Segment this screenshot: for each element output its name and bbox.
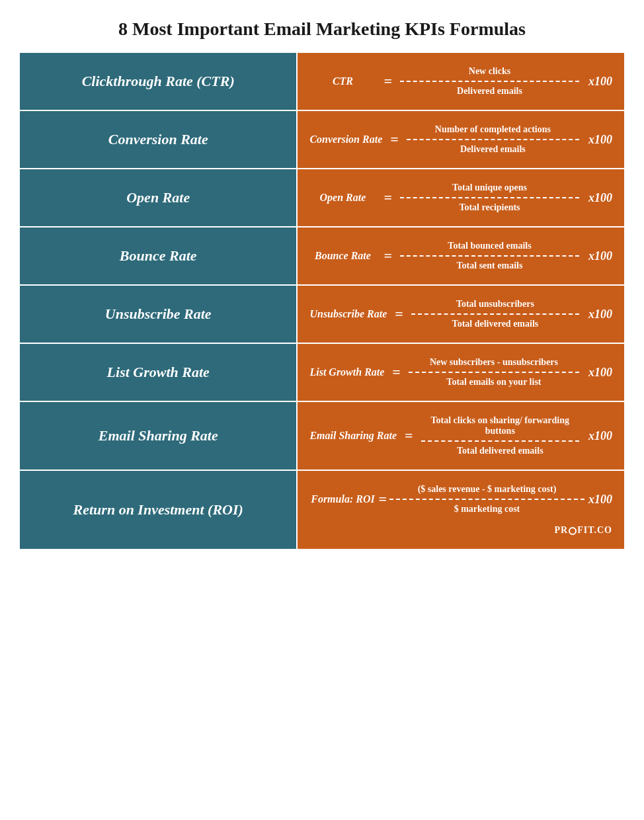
divider-line [389, 499, 584, 500]
numerator: Total unique opens [452, 183, 527, 196]
numerator: ($ sales revenue - $ marketing cost) [418, 484, 557, 497]
kpi-name: List Growth Rate [107, 364, 210, 381]
multiplier: x100 [588, 366, 612, 380]
multiplier: x100 [588, 75, 612, 89]
equals-sign: = [378, 491, 387, 508]
right-cell: Bounce Rate = Total bounced emails Total… [298, 227, 624, 284]
numerator: Number of completed actions [435, 124, 551, 138]
numerator: Total clicks on sharing/ forwarding butt… [421, 415, 579, 439]
equals-sign: = [405, 427, 413, 444]
divider-line [411, 313, 579, 315]
denominator: $ marketing cost [454, 501, 520, 514]
left-cell: Email Sharing Rate [20, 402, 298, 470]
formula-label: Open Rate [309, 192, 376, 204]
table-row: Email Sharing Rate Email Sharing Rate = … [20, 402, 624, 471]
table-container: Clickthrough Rate (CTR) CTR = New clicks… [20, 53, 624, 549]
left-cell: Bounce Rate [20, 227, 298, 284]
page-title: 8 Most Important Email Marketing KPIs Fo… [0, 0, 644, 53]
table-row: Open Rate Open Rate = Total unique opens… [20, 169, 624, 227]
formula-label: CTR [309, 75, 376, 87]
kpi-name: Email Sharing Rate [99, 427, 218, 444]
divider-line [421, 440, 579, 442]
kpi-name: Bounce Rate [120, 247, 197, 265]
equals-sign: = [383, 189, 392, 206]
left-cell: Clickthrough Rate (CTR) [20, 53, 298, 110]
fraction: Total clicks on sharing/ forwarding butt… [421, 415, 579, 456]
fraction: New subscribers - unsubscribers Total em… [409, 357, 579, 388]
denominator: Total recipients [459, 200, 520, 213]
denominator: Total delivered emails [452, 316, 539, 329]
right-cell: Conversion Rate = Number of completed ac… [298, 111, 624, 168]
logo: PRFIT.CO [555, 525, 612, 535]
formula-label: Conversion Rate [309, 134, 382, 145]
formula-label: List Growth Rate [309, 366, 384, 378]
formula-label: Formula: ROI [309, 493, 376, 505]
multiplier: x100 [588, 429, 612, 443]
left-cell: Conversion Rate [20, 111, 298, 168]
fraction: Total unsubscribers Total delivered emai… [411, 299, 579, 329]
kpi-name: Open Rate [126, 189, 190, 206]
fraction: Total bounced emails Total sent emails [400, 241, 579, 271]
kpi-name: Clickthrough Rate (CTR) [82, 73, 235, 90]
right-cell: Unsubscribe Rate = Total unsubscribers T… [298, 286, 624, 343]
formula-label: Bounce Rate [309, 250, 376, 262]
right-cell: Email Sharing Rate = Total clicks on sha… [298, 402, 624, 470]
equals-sign: = [392, 364, 401, 381]
logo-circle [569, 527, 577, 535]
denominator: Delivered emails [457, 83, 522, 97]
table-row: Bounce Rate Bounce Rate = Total bounced … [20, 227, 624, 286]
numerator: Total unsubscribers [456, 299, 534, 312]
fraction: New clicks Delivered emails [400, 66, 579, 97]
denominator: Delivered emails [460, 142, 526, 155]
kpi-name: Conversion Rate [108, 131, 208, 148]
kpi-name: Return on Investment (ROI) [73, 501, 243, 518]
equals-sign: = [383, 73, 392, 90]
multiplier: x100 [588, 133, 612, 147]
equals-sign: = [383, 247, 392, 265]
numerator: New clicks [469, 66, 510, 79]
left-cell: List Growth Rate [20, 344, 298, 401]
divider-line [407, 139, 579, 140]
fraction: Total unique opens Total recipients [400, 183, 579, 213]
divider-line [400, 81, 579, 82]
numerator: New subscribers - unsubscribers [430, 357, 558, 370]
formula-label: Email Sharing Rate [309, 430, 397, 442]
left-cell: Open Rate [20, 169, 298, 226]
divider-line [400, 255, 579, 257]
left-cell: Unsubscribe Rate [20, 286, 298, 343]
multiplier: x100 [588, 249, 612, 263]
left-cell: Return on Investment (ROI) [20, 471, 298, 549]
table-row: List Growth Rate List Growth Rate = New … [20, 344, 624, 402]
right-cell: CTR = New clicks Delivered emails x100 [298, 53, 624, 110]
table-row: Clickthrough Rate (CTR) CTR = New clicks… [20, 53, 624, 111]
denominator: Total sent emails [457, 258, 523, 271]
table-row: Return on Investment (ROI) Formula: ROI … [20, 471, 624, 549]
right-cell: List Growth Rate = New subscribers - uns… [298, 344, 624, 401]
multiplier: x100 [588, 308, 612, 321]
denominator: Total delivered emails [457, 443, 543, 456]
table-row: Unsubscribe Rate Unsubscribe Rate = Tota… [20, 286, 624, 344]
formula-label: Unsubscribe Rate [309, 308, 387, 320]
multiplier: x100 [588, 493, 612, 507]
right-cell: Open Rate = Total unique opens Total rec… [298, 169, 624, 226]
equals-sign: = [390, 131, 399, 148]
multiplier: x100 [588, 191, 612, 205]
table-row: Conversion Rate Conversion Rate = Number… [20, 111, 624, 169]
right-cell: Formula: ROI = ($ sales revenue - $ mark… [298, 471, 624, 549]
fraction: Number of completed actions Delivered em… [407, 124, 579, 155]
kpi-name: Unsubscribe Rate [105, 306, 212, 323]
equals-sign: = [395, 306, 403, 323]
denominator: Total emails on your list [446, 374, 541, 388]
numerator: Total bounced emails [448, 241, 531, 254]
divider-line [409, 372, 579, 373]
divider-line [400, 197, 579, 198]
fraction: ($ sales revenue - $ marketing cost) $ m… [389, 484, 584, 514]
